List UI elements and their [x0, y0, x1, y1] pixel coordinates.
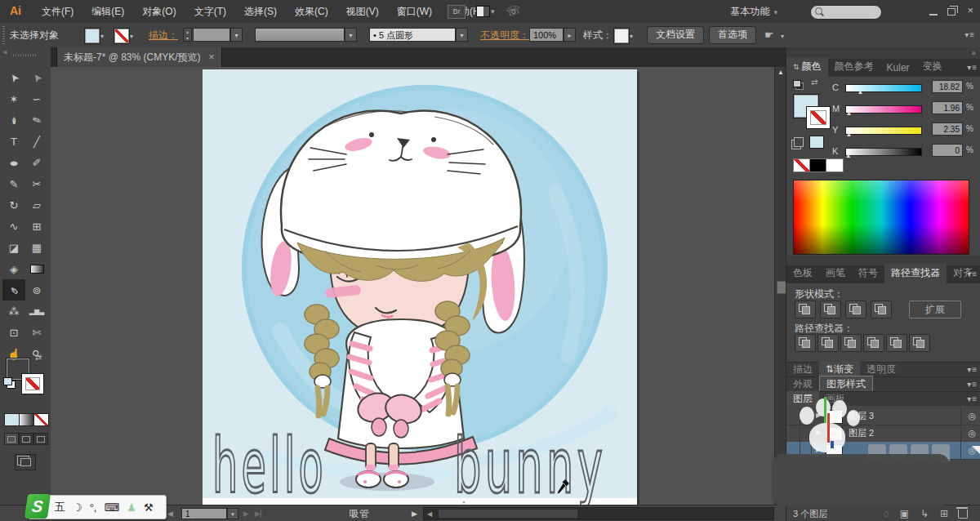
layer-target-icon[interactable]: ◎	[968, 425, 976, 442]
tab-符号[interactable]: 符号	[852, 264, 884, 283]
ime-moon-icon[interactable]: ☽	[73, 501, 82, 514]
tab-色板[interactable]: 色板	[786, 264, 819, 283]
menu-item-5[interactable]: 效果(C)	[286, 0, 337, 23]
status-expand-icon[interactable]: ▶	[412, 505, 417, 521]
mesh-tool[interactable]: ◈	[2, 258, 25, 279]
variable-width-profile-field[interactable]: • 5 点圆形	[369, 28, 456, 42]
visibility-column[interactable]	[786, 442, 800, 459]
tab-颜色参考[interactable]: 颜色参考	[828, 57, 880, 77]
artboard[interactable]: hello bunny	[203, 69, 637, 505]
ime-account-icon[interactable]: ♟	[127, 501, 136, 514]
stroke-caret-icon[interactable]: ▾	[130, 33, 133, 40]
gradient-tool[interactable]	[25, 258, 48, 279]
tab-画笔[interactable]: 画笔	[819, 264, 852, 283]
stroke-weight-caret[interactable]: ▾	[230, 28, 243, 42]
fill-color-swatch[interactable]	[85, 29, 100, 43]
layer-thumbnail[interactable]	[826, 444, 843, 458]
slider-thumb[interactable]: ▲	[846, 109, 853, 117]
pencil-tool[interactable]: ✎	[2, 173, 25, 194]
out-of-gamut-cube-icon[interactable]	[794, 137, 804, 147]
perspective-grid-tool[interactable]: ▦	[25, 237, 48, 258]
ellipse-tool[interactable]: ●	[2, 152, 25, 173]
ime-logo[interactable]: S	[24, 494, 51, 519]
canvas[interactable]: hello bunny	[51, 67, 774, 505]
bridge-button[interactable]: Br	[448, 5, 466, 19]
opacity-field[interactable]: 100%	[529, 28, 564, 42]
isolate-icon[interactable]: ☛	[764, 23, 774, 47]
menu-item-1[interactable]: 编辑(E)	[82, 0, 133, 23]
lock-column[interactable]	[800, 407, 812, 425]
minimize-button[interactable]	[929, 11, 938, 16]
slider-value[interactable]: 0	[932, 144, 963, 157]
collapsed-tab-描边[interactable]: 描边	[786, 362, 819, 377]
artboard-tool[interactable]: ⊡	[2, 322, 25, 343]
stroke-link[interactable]: 描边：	[149, 23, 178, 47]
direct-selection-tool[interactable]: ➤	[25, 67, 48, 88]
horizontal-scrollbar[interactable]: ◀	[423, 507, 774, 520]
closest-web-color-swatch[interactable]	[809, 136, 824, 149]
slider-value[interactable]: 18.82	[932, 80, 963, 93]
collapse-dock-icon[interactable]: »	[971, 48, 976, 57]
intersect-button[interactable]	[845, 301, 866, 318]
collapsed-tab-画板[interactable]: 画板	[819, 391, 852, 407]
panel-menu-icon[interactable]: ▾≡	[967, 380, 978, 389]
new-sublayer-icon[interactable]: ↳	[920, 508, 929, 519]
collapsed-tab-图形样式[interactable]: 图形样式	[819, 376, 873, 393]
blend-tool[interactable]: ⊚	[25, 279, 48, 301]
locate-object-icon[interactable]: ◌	[884, 508, 889, 519]
horizontal-scroll-thumb[interactable]	[439, 510, 577, 518]
gradient-mode-button[interactable]	[19, 413, 34, 426]
white-swatch[interactable]	[826, 158, 844, 172]
trim-button[interactable]	[817, 334, 839, 352]
layer-row[interactable]: ▶图层 2◎	[786, 425, 980, 443]
divide-button[interactable]	[795, 334, 816, 352]
menu-item-3[interactable]: 文字(T)	[185, 0, 235, 23]
quill-pen-tool[interactable]: ✎	[25, 109, 48, 131]
menu-item-2[interactable]: 对象(O)	[133, 0, 185, 23]
tab-路径查找器[interactable]: 路径查找器	[884, 264, 947, 283]
tools-grip[interactable]	[13, 54, 38, 56]
outline-button[interactable]	[886, 334, 907, 352]
last-artboard-icon[interactable]: ▶▏	[255, 505, 266, 521]
collapsed-tab-图层[interactable]: 图层	[786, 391, 819, 407]
visibility-column[interactable]	[786, 407, 800, 425]
opacity-link[interactable]: 不透明度：	[480, 23, 529, 47]
first-artboard-icon[interactable]: ◀	[167, 505, 173, 521]
scissors-tool[interactable]: ✂	[25, 173, 48, 194]
arrange-documents-icon[interactable]	[476, 6, 490, 17]
layer-row[interactable]: ▶图层 3◎	[786, 407, 980, 425]
workspace-switcher[interactable]: 基本功能▾	[730, 0, 777, 24]
delete-layer-icon[interactable]	[958, 510, 968, 519]
next-artboard-icon[interactable]: ▶	[243, 505, 249, 521]
tab-close-icon[interactable]: ×	[209, 51, 215, 63]
merge-button[interactable]	[840, 334, 862, 352]
tab-颜色[interactable]: ⇅颜色	[786, 57, 828, 77]
default-fill-stroke-icon[interactable]	[3, 377, 12, 385]
rotate-tool[interactable]: ↻	[2, 194, 25, 216]
draw-normal-button[interactable]	[4, 433, 19, 445]
stroke-weight-field[interactable]	[193, 28, 230, 42]
restore-button[interactable]	[947, 8, 956, 16]
ime-punct-icon[interactable]: °,	[90, 501, 97, 514]
color-panel-menu-icon[interactable]: ▾≡	[967, 63, 978, 72]
slider-value[interactable]: 2.35	[932, 122, 963, 136]
layer-name[interactable]: 图层 3	[849, 407, 874, 425]
menu-item-6[interactable]: 视图(V)	[337, 0, 388, 23]
crop-button[interactable]	[863, 334, 884, 352]
brush-definition-caret[interactable]: ▾	[345, 28, 357, 42]
shape-builder-tool[interactable]: ◪	[2, 237, 25, 258]
screen-mode-button[interactable]	[15, 454, 36, 470]
artboard-number-caret[interactable]: ▾	[227, 508, 238, 519]
ime-mode-icon[interactable]: 五	[55, 500, 65, 514]
free-transform-tool[interactable]: ⊞	[25, 216, 48, 237]
magic-wand-tool[interactable]: ✶	[2, 88, 25, 109]
ime-toolbar[interactable]: S 五☽°,⌨♟⚒	[28, 495, 167, 519]
unite-button[interactable]	[795, 301, 816, 318]
line-segment-tool[interactable]: ╱	[25, 131, 48, 152]
swap-fill-stroke-icon[interactable]: ⇄	[35, 353, 42, 362]
black-swatch[interactable]	[809, 158, 827, 172]
document-setup-button[interactable]: 文档设置	[647, 26, 704, 44]
vertical-scrollbar[interactable]: ▲	[774, 67, 786, 505]
slider-thumb[interactable]: ▲	[845, 152, 852, 159]
layer-name[interactable]: 图层 2	[849, 425, 874, 442]
